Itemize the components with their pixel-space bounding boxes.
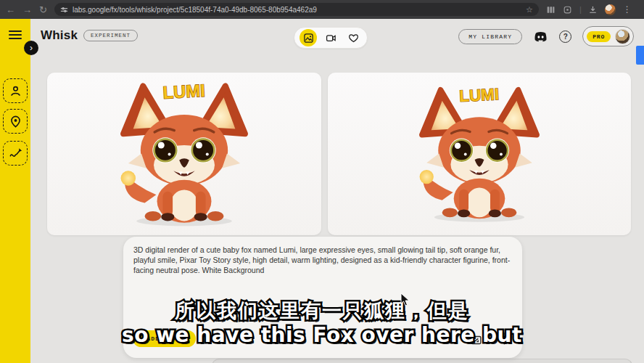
sidebar-item-scene[interactable] — [3, 109, 28, 134]
account-pill[interactable]: PRO — [582, 26, 634, 46]
sidebar-collapse-button[interactable]: › — [24, 41, 38, 55]
my-library-button[interactable]: MY LIBRARY — [458, 29, 522, 44]
forward-icon[interactable]: → — [22, 5, 32, 15]
toolbar-separator: | — [579, 5, 582, 14]
prompt-text[interactable]: 3D digital render of a cute baby fox nam… — [133, 245, 513, 276]
reload-icon[interactable]: ↻ — [39, 5, 47, 15]
generated-image-right[interactable] — [328, 73, 631, 235]
mode-switcher — [294, 27, 368, 49]
browser-menu-icon[interactable]: ⋮ — [622, 4, 632, 15]
person-icon — [9, 84, 22, 98]
image-mode-button[interactable] — [300, 29, 317, 46]
download-icon[interactable] — [588, 4, 598, 15]
location-pin-icon — [9, 115, 22, 129]
sidebar — [0, 19, 30, 363]
page-title: Whisk — [41, 28, 78, 43]
style-scribble-icon — [9, 147, 22, 160]
back-icon[interactable]: ← — [6, 5, 15, 15]
pro-badge: PRO — [587, 31, 611, 42]
screen: ← → ↻ labs.google/fx/tools/whisk/project… — [0, 0, 644, 363]
add-image-button[interactable]: › ADD IMAGE — [133, 330, 196, 347]
prompt-panel: 3D digital render of a cute baby fox nam… — [123, 237, 522, 358]
app-header: Whisk EXPERIMENT MY LIBRARY — [30, 19, 644, 52]
sidebar-item-style[interactable] — [3, 141, 28, 166]
extensions-icon[interactable] — [563, 4, 573, 15]
sidebar-item-subject[interactable] — [3, 78, 28, 103]
browser-actions: | ⋮ — [546, 4, 632, 15]
image-icon — [303, 33, 314, 44]
url-text[interactable]: labs.google/fx/tools/whisk/project/5c185… — [73, 6, 521, 14]
next-panel-edge — [212, 359, 632, 363]
browser-profile-avatar[interactable] — [605, 4, 616, 15]
help-button[interactable]: ? — [559, 30, 571, 43]
bookmark-star-icon[interactable]: ☆ — [526, 5, 533, 15]
generated-image-left[interactable] — [47, 73, 321, 235]
site-info-icon[interactable] — [60, 6, 68, 14]
add-image-arrow-icon: › — [140, 335, 142, 343]
menu-icon[interactable] — [9, 30, 22, 39]
heart-icon — [348, 33, 359, 44]
browser-toolbar: ← → ↻ labs.google/fx/tools/whisk/project… — [0, 0, 644, 19]
tune-settings-icon[interactable] — [500, 334, 512, 346]
fox-illustration-left — [94, 78, 275, 230]
discord-icon[interactable] — [533, 29, 548, 44]
url-bar[interactable]: labs.google/fx/tools/whisk/project/5c185… — [54, 3, 539, 16]
fox-illustration-right — [394, 82, 565, 226]
aspect-ratio-icon[interactable] — [470, 334, 482, 346]
favorites-mode-button[interactable] — [344, 29, 362, 46]
video-mode-button[interactable] — [322, 29, 339, 46]
blue-scroll-marker — [636, 46, 644, 65]
user-avatar[interactable] — [615, 29, 630, 44]
experiment-badge: EXPERIMENT — [83, 30, 138, 41]
video-camera-icon — [326, 33, 337, 44]
tab-groups-icon[interactable] — [546, 4, 556, 15]
